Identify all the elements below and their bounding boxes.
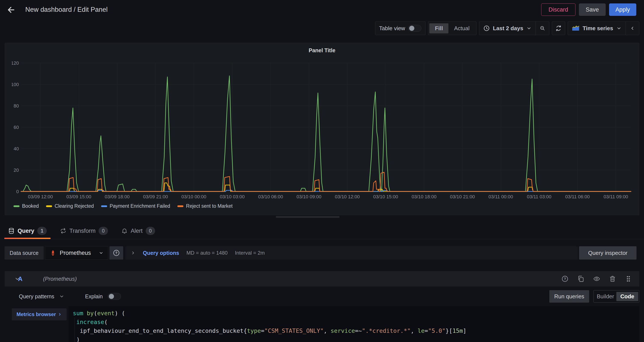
series-booked [21, 76, 631, 191]
x-axis-tick: 03/11 06:00 [565, 194, 590, 199]
interval-value: Interval = 2m [235, 250, 264, 256]
legend-swatch [14, 205, 20, 207]
drag-handle-icon[interactable] [625, 275, 632, 283]
query-patterns-dropdown[interactable]: Query patterns [19, 293, 54, 300]
chevron-down-icon [616, 25, 622, 31]
bell-icon [121, 228, 128, 234]
query-a-header[interactable]: A (Prometheus) ? [5, 271, 639, 287]
legend-label: Booked [22, 203, 39, 209]
datasource-picker[interactable]: Prometheus [45, 246, 108, 260]
viz-type-picker[interactable]: Time series [568, 22, 626, 35]
legend-swatch [46, 205, 52, 207]
svg-text:?: ? [115, 251, 118, 255]
time-series-chart[interactable]: 02040608010012003/09 12:0003/09 15:0003/… [12, 58, 637, 206]
x-axis-tick: 03/10 18:00 [412, 194, 436, 199]
promql-code-editor[interactable]: sum by(event) ( increase( ipf_behaviour_… [68, 306, 639, 342]
tab-alert[interactable]: Alert 0 [118, 223, 159, 239]
tab-transform[interactable]: Transform 0 [56, 223, 112, 239]
table-view-toggle[interactable] [408, 25, 422, 32]
query-inspector-button[interactable]: Query inspector [579, 246, 636, 260]
zoom-out-button[interactable] [536, 22, 549, 35]
code-line: ipf_behaviour_end_to_end_latency_seconds… [73, 326, 466, 335]
legend-label: Payment Enrichment Failed [110, 203, 170, 209]
x-axis-tick: 03/10 00:00 [182, 194, 206, 199]
datasource-value: Prometheus [60, 250, 95, 256]
back-button[interactable] [6, 5, 16, 14]
chart-legend: BookedClearing RejectedPayment Enrichmen… [14, 203, 233, 209]
y-axis-tick: 60 [14, 125, 19, 130]
transform-icon [60, 228, 66, 234]
trash-icon[interactable] [609, 275, 616, 283]
header-actions: Discard Save Apply [541, 3, 636, 16]
explain-toggle[interactable] [108, 293, 121, 300]
prometheus-icon [50, 250, 56, 256]
refresh-icon [555, 25, 562, 32]
legend-swatch [178, 205, 184, 207]
pane-resize-handle[interactable] [276, 216, 340, 218]
chevron-down-icon[interactable] [14, 276, 20, 282]
chevron-down-icon[interactable] [59, 294, 64, 299]
x-axis-tick: 03/10 03:00 [220, 194, 245, 199]
help-circle-icon[interactable]: ? [561, 275, 568, 283]
datasource-row: Data source Prometheus ? Query options [4, 246, 578, 260]
legend-label: Clearing Rejected [55, 203, 94, 209]
datasource-help-button[interactable]: ? [110, 246, 123, 260]
time-range-picker[interactable]: Last 2 days [479, 22, 536, 35]
query-options-bar[interactable]: Query options MD = auto = 1480 Interval … [125, 246, 578, 260]
run-queries-button[interactable]: Run queries [549, 290, 589, 303]
x-axis-tick: 03/11 00:00 [488, 194, 513, 199]
legend-item-booked[interactable]: Booked [14, 203, 39, 209]
builder-code-segmented: Builder Code [594, 290, 639, 303]
collapse-options-button[interactable] [626, 22, 639, 35]
apply-button[interactable]: Apply [609, 3, 636, 16]
x-axis-tick: 03/10 12:00 [335, 194, 360, 199]
x-axis-tick: 03/09 12:00 [28, 194, 53, 199]
legend-label: Reject sent to Market [186, 203, 232, 209]
panel-toolbar: Table view Fill Actual Last 2 days [375, 21, 640, 35]
save-button[interactable]: Save [579, 3, 606, 16]
page-title: New dashboard / Edit Panel [25, 6, 108, 13]
tab-query[interactable]: Query 1 [4, 223, 50, 239]
x-axis-tick: 03/10 15:00 [373, 194, 398, 199]
time-series-viz-icon [572, 25, 580, 31]
chevron-down-icon [526, 25, 532, 31]
query-options-link[interactable]: Query options [143, 250, 179, 256]
clock-icon [483, 25, 490, 32]
refresh-button[interactable] [552, 21, 565, 35]
editor-tabs: Query 1 Transform 0 Alert 0 [4, 223, 159, 239]
legend-swatch [101, 205, 107, 207]
tab-alert-badge: 0 [146, 227, 155, 235]
y-axis-tick: 40 [14, 146, 19, 151]
x-axis-tick: 03/10 21:00 [450, 194, 475, 199]
table-view-label: Table view [379, 25, 405, 32]
eye-icon[interactable] [593, 275, 600, 283]
code-line: sum by(event) ( [73, 309, 466, 318]
builder-option[interactable]: Builder [594, 292, 616, 301]
help-circle-icon: ? [113, 249, 120, 257]
max-data-points-value: MD = auto = 1480 [186, 250, 228, 256]
duplicate-icon[interactable] [577, 275, 584, 283]
fill-actual-segmented: Fill Actual [428, 21, 476, 35]
metrics-browser-button[interactable]: Metrics browser [12, 308, 67, 320]
actual-option[interactable]: Actual [448, 23, 475, 33]
x-axis-tick: 03/09 15:00 [66, 194, 91, 199]
tab-transform-label: Transform [70, 228, 96, 234]
legend-item-payment-enrichment-failed[interactable]: Payment Enrichment Failed [101, 203, 170, 209]
viz-type-label: Time series [582, 25, 613, 32]
arrow-left-icon [6, 5, 16, 14]
fill-option[interactable]: Fill [429, 23, 448, 33]
query-actions: ? [561, 275, 632, 283]
code-option[interactable]: Code [616, 292, 638, 301]
discard-button[interactable]: Discard [541, 3, 576, 16]
x-axis-tick: 03/11 09:00 [604, 194, 628, 199]
header-bar: New dashboard / Edit Panel Discard Save … [0, 0, 644, 19]
metrics-browser-label: Metrics browser [16, 311, 56, 317]
legend-item-clearing-rejected[interactable]: Clearing Rejected [46, 203, 94, 209]
viz-picker-control: Time series [568, 21, 639, 35]
chevron-left-icon [630, 25, 635, 31]
chevron-down-icon [98, 250, 104, 256]
chevron-right-icon [130, 250, 136, 256]
legend-item-reject-sent-to-market[interactable]: Reject sent to Market [178, 203, 232, 209]
promql-code[interactable]: sum by(event) ( increase( ipf_behaviour_… [73, 309, 466, 342]
tabs-divider [0, 239, 644, 239]
